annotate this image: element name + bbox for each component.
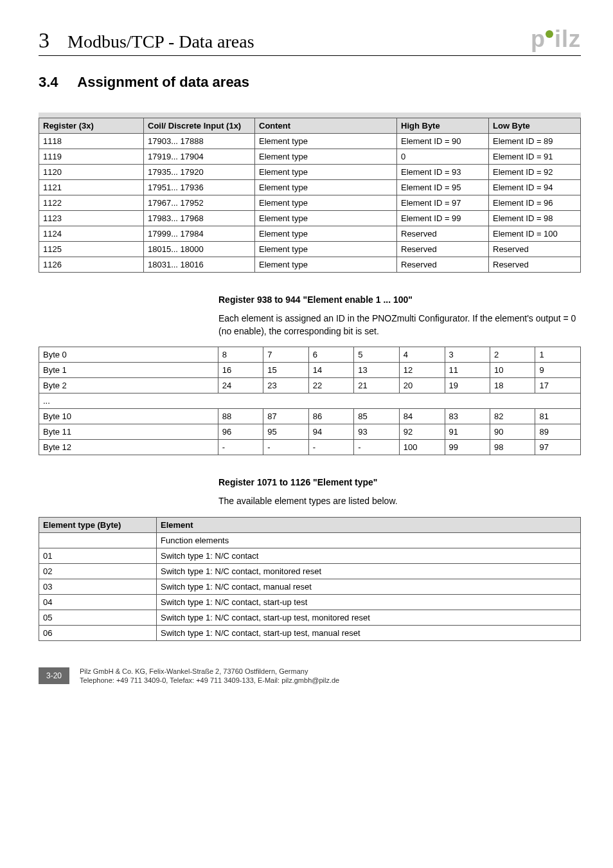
table-row: 111817903... 17888Element typeElement ID… <box>39 134 581 149</box>
bits-cell: 88 <box>218 409 263 424</box>
table-cell: 1119 <box>39 149 144 165</box>
table-cell: Element type <box>255 180 397 195</box>
bits-cell: 98 <box>490 440 535 455</box>
bits-cell: 94 <box>308 424 353 440</box>
subheading-reg938: Register 938 to 944 "Element enable 1 ..… <box>218 294 581 305</box>
table-cell: 17935... 17920 <box>144 165 255 180</box>
table-cell: Element type <box>255 211 397 226</box>
bits-cell: 14 <box>308 363 353 378</box>
table-row: 01Switch type 1: N/C contact <box>39 548 581 563</box>
table-row: 05Switch type 1: N/C contact, start-up t… <box>39 610 581 625</box>
table-cell: Element ID = 100 <box>489 226 581 242</box>
data-table-registers: Register (3x) Coil/ Discrete Input (1x) … <box>39 118 581 273</box>
bits-table: Byte 087654321Byte 1161514131211109Byte … <box>39 347 581 455</box>
element-description: Switch type 1: N/C contact, start-up tes… <box>157 625 581 640</box>
bits-cell: 24 <box>218 378 263 393</box>
bits-cell: 12 <box>399 363 445 378</box>
element-type-byte: 06 <box>39 625 157 640</box>
paragraph-reg1071: The available element types are listed b… <box>218 495 581 508</box>
bits-cell: 22 <box>308 378 353 393</box>
chapter-title: Modbus/TCP - Data areas <box>67 32 254 52</box>
table-row: ... <box>39 393 581 409</box>
bits-row-label: Byte 0 <box>39 347 218 363</box>
table-cell: 17919... 17904 <box>144 149 255 165</box>
bits-cell: 7 <box>263 347 308 363</box>
table-cell: Element type <box>255 165 397 180</box>
table-row: Byte 1161514131211109 <box>39 363 581 378</box>
table-cell: 1122 <box>39 195 144 211</box>
section-number: 3.4 <box>39 74 58 90</box>
table-cell: 17983... 17968 <box>144 211 255 226</box>
table-row: 112217967... 17952Element typeElement ID… <box>39 195 581 211</box>
element-type-table: Element type (Byte) Element Function ele… <box>39 517 581 641</box>
table-cell: Element ID = 95 <box>397 180 489 195</box>
table-cell: Reserved <box>397 242 489 257</box>
element-type-byte <box>39 532 157 548</box>
table-row: Byte 12----100999897 <box>39 440 581 455</box>
bits-cell: 90 <box>490 424 535 440</box>
bits-cell: 21 <box>354 378 399 393</box>
th-register: Register (3x) <box>39 118 144 134</box>
th-low-byte: Low Byte <box>489 118 581 134</box>
bits-row-label: Byte 12 <box>39 440 218 455</box>
table-row: 112017935... 17920Element typeElement ID… <box>39 165 581 180</box>
bits-cell: 18 <box>490 378 535 393</box>
bits-cell: 20 <box>399 378 445 393</box>
bits-cell: - <box>218 440 263 455</box>
element-type-byte: 04 <box>39 594 157 610</box>
table-cell: Reserved <box>397 226 489 242</box>
table-cell: 18031... 18016 <box>144 257 255 273</box>
table-cell: Element type <box>255 149 397 165</box>
table-cell: Element ID = 98 <box>489 211 581 226</box>
bits-cell: 11 <box>445 363 490 378</box>
table-cell: 1118 <box>39 134 144 149</box>
table-row: 06Switch type 1: N/C contact, start-up t… <box>39 625 581 640</box>
table-cell: 1120 <box>39 165 144 180</box>
table-cell: Element type <box>255 195 397 211</box>
element-description: Function elements <box>157 532 581 548</box>
table-row: 112518015... 18000Element typeReservedRe… <box>39 242 581 257</box>
table-cell: Element ID = 97 <box>397 195 489 211</box>
bits-cell: 96 <box>218 424 263 440</box>
bits-cell: 84 <box>399 409 445 424</box>
th-element: Element <box>157 517 581 532</box>
table-cell: 1125 <box>39 242 144 257</box>
bits-cell: - <box>354 440 399 455</box>
table-row: 112117951... 17936Element typeElement ID… <box>39 180 581 195</box>
bits-row-label: Byte 11 <box>39 424 218 440</box>
table-cell: 1126 <box>39 257 144 273</box>
table-cell: Element ID = 90 <box>397 134 489 149</box>
header-bar: 3 Modbus/TCP - Data areas pilz <box>39 26 581 56</box>
bits-cell: 4 <box>399 347 445 363</box>
table-row: 112317983... 17968Element typeElement ID… <box>39 211 581 226</box>
table-row: 111917919... 17904Element type0Element I… <box>39 149 581 165</box>
footer-address: Pilz GmbH & Co. KG, Felix-Wankel-Straße … <box>80 667 339 676</box>
bits-cell: 86 <box>308 409 353 424</box>
table-row: Byte 119695949392919089 <box>39 424 581 440</box>
element-description: Switch type 1: N/C contact, start-up tes… <box>157 610 581 625</box>
subheading-reg1071: Register 1071 to 1126 "Element type" <box>218 477 581 487</box>
bits-cell: - <box>308 440 353 455</box>
page-footer: 3-20 Pilz GmbH & Co. KG, Felix-Wankel-St… <box>39 667 581 685</box>
element-description: Switch type 1: N/C contact, manual reset <box>157 579 581 594</box>
bits-cell: 8 <box>218 347 263 363</box>
bits-cell: 91 <box>445 424 490 440</box>
bits-row-label: Byte 2 <box>39 378 218 393</box>
bits-cell: 5 <box>354 347 399 363</box>
table-row: Function elements <box>39 532 581 548</box>
bits-cell: 100 <box>399 440 445 455</box>
bits-cell: 85 <box>354 409 399 424</box>
bits-row-label: ... <box>39 393 581 409</box>
th-content: Content <box>255 118 397 134</box>
bits-cell: 95 <box>263 424 308 440</box>
bits-cell: 92 <box>399 424 445 440</box>
bits-cell: 2 <box>490 347 535 363</box>
bits-cell: 1 <box>535 347 581 363</box>
table-cell: Element ID = 94 <box>489 180 581 195</box>
table-row: 112417999... 17984Element typeReservedEl… <box>39 226 581 242</box>
bits-cell: 81 <box>535 409 581 424</box>
bits-cell: 89 <box>535 424 581 440</box>
logo-dot-icon <box>546 30 553 38</box>
bits-cell: - <box>263 440 308 455</box>
bits-cell: 3 <box>445 347 490 363</box>
